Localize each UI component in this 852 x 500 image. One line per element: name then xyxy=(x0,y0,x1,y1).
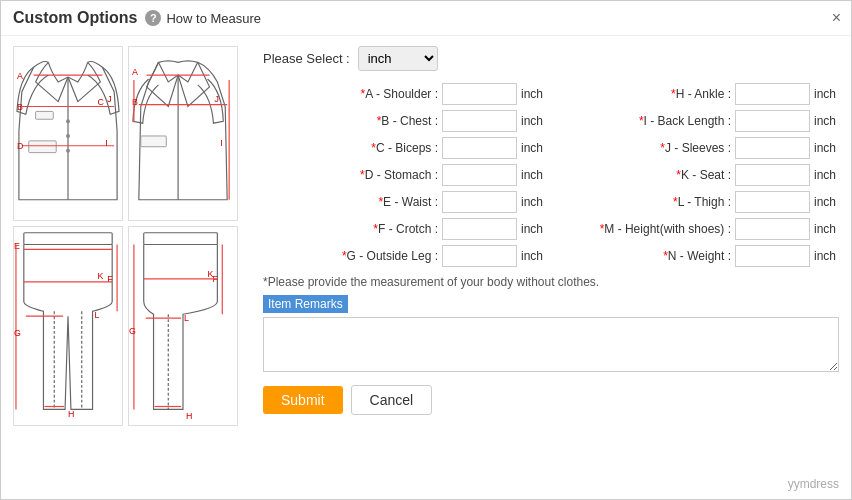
field-input-M[interactable] xyxy=(735,218,810,240)
jacket-side-diagram: A B J I xyxy=(128,46,238,221)
field-input-F[interactable] xyxy=(442,218,517,240)
field-unit-D: inch xyxy=(521,168,546,182)
svg-rect-2 xyxy=(36,111,54,119)
field-row-H: *H - Ankle : inch xyxy=(556,83,839,105)
close-button[interactable]: × xyxy=(832,9,841,27)
field-input-N[interactable] xyxy=(735,245,810,267)
svg-text:E: E xyxy=(14,241,20,251)
field-unit-G: inch xyxy=(521,249,546,263)
field-input-A[interactable] xyxy=(442,83,517,105)
field-label-K: *K - Seat : xyxy=(676,168,731,182)
field-label-D: *D - Stomach : xyxy=(360,168,438,182)
svg-text:H: H xyxy=(186,411,192,421)
modal-title: Custom Options xyxy=(13,9,137,27)
item-remarks-label[interactable]: Item Remarks xyxy=(263,295,348,313)
field-label-J: *J - Sleeves : xyxy=(660,141,731,155)
svg-text:G: G xyxy=(14,328,21,338)
measurement-fields-grid: *A - Shoulder : inch *H - Ankle : inch *… xyxy=(263,83,839,267)
field-row-L: *L - Thigh : inch xyxy=(556,191,839,213)
field-input-J[interactable] xyxy=(735,137,810,159)
help-icon[interactable]: ? xyxy=(145,10,161,26)
svg-rect-16 xyxy=(141,136,167,147)
svg-text:K: K xyxy=(97,271,103,281)
field-input-E[interactable] xyxy=(442,191,517,213)
field-unit-J: inch xyxy=(814,141,839,155)
svg-rect-25 xyxy=(24,233,112,245)
field-row-F: *F - Crotch : inch xyxy=(263,218,546,240)
trousers-front-diagram: E F G K L H xyxy=(13,226,123,426)
field-row-J: *J - Sleeves : inch xyxy=(556,137,839,159)
field-row-E: *E - Waist : inch xyxy=(263,191,546,213)
svg-text:I: I xyxy=(220,138,222,148)
cancel-button[interactable]: Cancel xyxy=(351,385,433,415)
svg-rect-1 xyxy=(29,141,56,153)
field-row-B: *B - Chest : inch xyxy=(263,110,546,132)
field-unit-B: inch xyxy=(521,114,546,128)
trousers-diagram-row: E F G K L H xyxy=(13,226,248,426)
svg-text:K: K xyxy=(208,269,214,279)
submit-button[interactable]: Submit xyxy=(263,386,343,414)
field-label-M: *M - Height(with shoes) : xyxy=(600,222,731,236)
trousers-side-diagram: F K L H G xyxy=(128,226,238,426)
jacket-front-diagram: A B C D I J xyxy=(13,46,123,221)
field-row-K: *K - Seat : inch xyxy=(556,164,839,186)
modal-body: A B C D I J xyxy=(1,36,851,436)
field-row-G: *G - Outside Leg : inch xyxy=(263,245,546,267)
field-label-H: *H - Ankle : xyxy=(671,87,731,101)
field-unit-A: inch xyxy=(521,87,546,101)
field-row-A: *A - Shoulder : inch xyxy=(263,83,546,105)
jacket-diagram-row: A B C D I J xyxy=(13,46,248,221)
svg-text:D: D xyxy=(17,141,23,151)
field-unit-E: inch xyxy=(521,195,546,209)
how-to-measure-link[interactable]: How to Measure xyxy=(166,11,261,26)
field-unit-L: inch xyxy=(814,195,839,209)
svg-text:B: B xyxy=(132,97,138,107)
svg-text:G: G xyxy=(129,326,136,336)
field-label-L: *L - Thigh : xyxy=(673,195,731,209)
field-input-G[interactable] xyxy=(442,245,517,267)
field-row-I: *I - Back Length : inch xyxy=(556,110,839,132)
svg-point-4 xyxy=(66,134,70,138)
field-label-A: *A - Shoulder : xyxy=(361,87,438,101)
unit-select[interactable]: inch cm xyxy=(358,46,438,71)
svg-text:L: L xyxy=(184,313,189,323)
field-input-L[interactable] xyxy=(735,191,810,213)
field-input-C[interactable] xyxy=(442,137,517,159)
field-label-F: *F - Crotch : xyxy=(373,222,438,236)
field-unit-N: inch xyxy=(814,249,839,263)
field-label-C: *C - Biceps : xyxy=(371,141,438,155)
form-section: Please Select : inch cm *A - Shoulder : … xyxy=(248,46,839,426)
field-row-D: *D - Stomach : inch xyxy=(263,164,546,186)
field-input-D[interactable] xyxy=(442,164,517,186)
measurement-note: *Please provide the measurement of your … xyxy=(263,275,839,289)
field-unit-K: inch xyxy=(814,168,839,182)
svg-text:J: J xyxy=(214,94,218,104)
field-label-N: *N - Weight : xyxy=(663,249,731,263)
garment-diagrams: A B C D I J xyxy=(13,46,248,426)
field-unit-H: inch xyxy=(814,87,839,101)
field-input-H[interactable] xyxy=(735,83,810,105)
field-input-B[interactable] xyxy=(442,110,517,132)
svg-text:L: L xyxy=(95,310,100,320)
svg-rect-40 xyxy=(144,233,218,245)
field-input-I[interactable] xyxy=(735,110,810,132)
watermark: yymdress xyxy=(788,477,839,491)
svg-point-5 xyxy=(66,149,70,153)
svg-text:I: I xyxy=(105,138,107,148)
svg-text:C: C xyxy=(97,97,104,107)
svg-point-3 xyxy=(66,119,70,123)
svg-text:H: H xyxy=(68,409,74,419)
field-label-I: *I - Back Length : xyxy=(639,114,731,128)
field-unit-F: inch xyxy=(521,222,546,236)
unit-select-row: Please Select : inch cm xyxy=(263,46,839,71)
field-row-M: *M - Height(with shoes) : inch xyxy=(556,218,839,240)
modal-container: Custom Options ? How to Measure × xyxy=(0,0,852,500)
field-row-C: *C - Biceps : inch xyxy=(263,137,546,159)
svg-text:J: J xyxy=(107,94,111,104)
remarks-textarea[interactable] xyxy=(263,317,839,372)
svg-text:A: A xyxy=(132,67,138,77)
button-row: Submit Cancel xyxy=(263,385,839,415)
field-label-G: *G - Outside Leg : xyxy=(342,249,438,263)
modal-header: Custom Options ? How to Measure × xyxy=(1,1,851,36)
field-input-K[interactable] xyxy=(735,164,810,186)
